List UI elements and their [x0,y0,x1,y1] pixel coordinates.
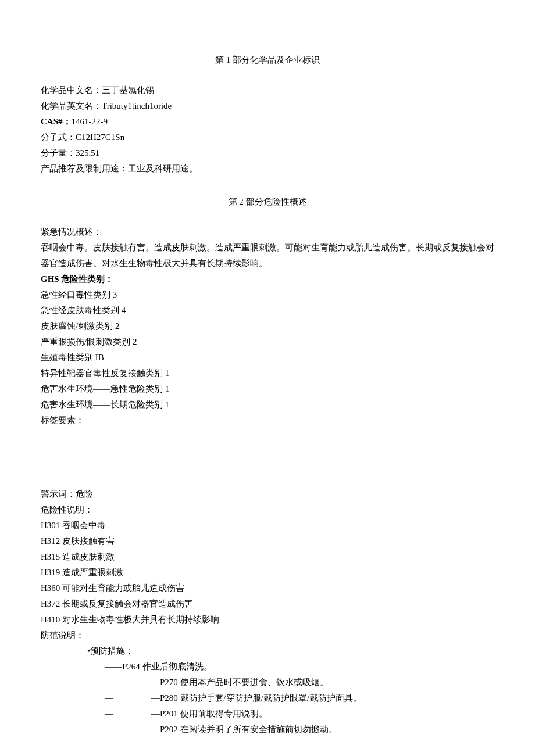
section2-title: 第 2 部分危险性概述 [41,194,494,210]
hazard-statement: H372 长期或反复接触会对器官造成伤害 [41,596,494,612]
prevention-text: —P202 在阅读并明了所有安全措施前切勿搬动。 [151,722,337,737]
formula-label: 分子式： [41,132,76,142]
signal-word-row: 警示词：危险 [41,486,494,502]
prevention-text: —P270 使用本产品时不要进食、饮水或吸烟。 [151,675,329,690]
hazard-statement: H315 造成皮肤刺激 [41,549,494,565]
name-en-label: 化学品英文名： [41,101,102,110]
ghs-item: 危害水生环境——长期危险类别 1 [41,397,494,413]
signal-word-label: 警示词： [41,489,76,499]
dash-icon: — [105,690,151,706]
prevention-item: — —P280 戴防护手套/穿防护服/戴防护眼罩/戴防护面具。 [105,690,494,706]
hazard-statement: H360 可能对生育能力或胎儿造成伤害 [41,581,494,596]
emergency-text: 吞咽会中毒。皮肤接触有害。造成皮肤刺激。造成严重眼刺激。可能对生育能力或胎儿造成… [41,240,494,271]
hazard-statement: H301 吞咽会中毒 [41,518,494,533]
prevention-label: •预防措施： [87,643,494,659]
cas-row: CAS#：1461-22-9 [41,114,494,130]
hazard-statement: H410 对水生生物毒性极大并具有长期持续影响 [41,612,494,628]
use-row: 产品推荐及限制用途：工业及科研用途。 [41,161,494,177]
hazard-statement: H319 造成严重眼刺激 [41,565,494,581]
mw-label: 分子量： [41,148,76,157]
prevention-text: —P201 使用前取得专用说明。 [151,706,268,722]
cas-label: CAS#： [41,117,72,126]
ghs-item: 急性经皮肤毒性类别 4 [41,303,494,318]
dash-icon: — [105,675,151,690]
signal-word-value: 危险 [76,489,93,499]
ghs-item: 急性经口毒性类别 3 [41,287,494,303]
prevention-item: — —P270 使用本产品时不要进食、饮水或吸烟。 [105,675,494,690]
cas-value: 1461-22-9 [72,117,108,126]
mw-row: 分子量：325.51 [41,145,494,161]
prevention-text: —P280 戴防护手套/穿防护服/戴防护眼罩/戴防护面具。 [151,690,362,706]
chemical-name-cn: 化学品中文名：三丁基氯化锡 [41,83,494,98]
ghs-item: 严重眼损伤/眼刺激类别 2 [41,334,494,350]
name-cn-label: 化学品中文名： [41,85,102,95]
use-value: 工业及科研用途。 [128,164,198,173]
chemical-name-en: 化学品英文名：Tributy1tinch1oride [41,98,494,114]
ghs-item: 皮肤腐蚀/刺激类别 2 [41,318,494,334]
emergency-label: 紧急情况概述： [41,224,494,240]
label-elements: 标签要素： [41,413,494,428]
prevention-item-first: ——P264 作业后彻底清洗。 [105,659,494,675]
dash-icon: — [105,722,151,737]
prevention-item: — —P202 在阅读并明了所有安全措施前切勿搬动。 [105,722,494,737]
ghs-item: 生殖毒性类别 IB [41,350,494,366]
precautionary-label: 防范说明： [41,628,494,643]
dash-icon: — [105,706,151,722]
hazard-statement: H312 皮肤接触有害 [41,533,494,549]
name-cn-value: 三丁基氯化锡 [102,85,154,95]
name-en-value: Tributy1tinch1oride [102,101,172,110]
mw-value: 325.51 [76,148,99,157]
pictogram-placeholder [41,428,494,486]
ghs-item: 特异性靶器官毒性反复接触类别 1 [41,366,494,381]
hazard-statements-label: 危险性说明： [41,502,494,518]
formula-row: 分子式：C12H27C1Sn [41,130,494,145]
section1-title: 第 1 部分化学品及企业标识 [41,52,494,68]
ghs-item: 危害水生环境——急性危险类别 1 [41,381,494,397]
use-label: 产品推荐及限制用途： [41,164,128,173]
ghs-label: GHS 危险性类别： [41,271,494,287]
prevention-item: — —P201 使用前取得专用说明。 [105,706,494,722]
formula-value: C12H27C1Sn [76,132,124,142]
